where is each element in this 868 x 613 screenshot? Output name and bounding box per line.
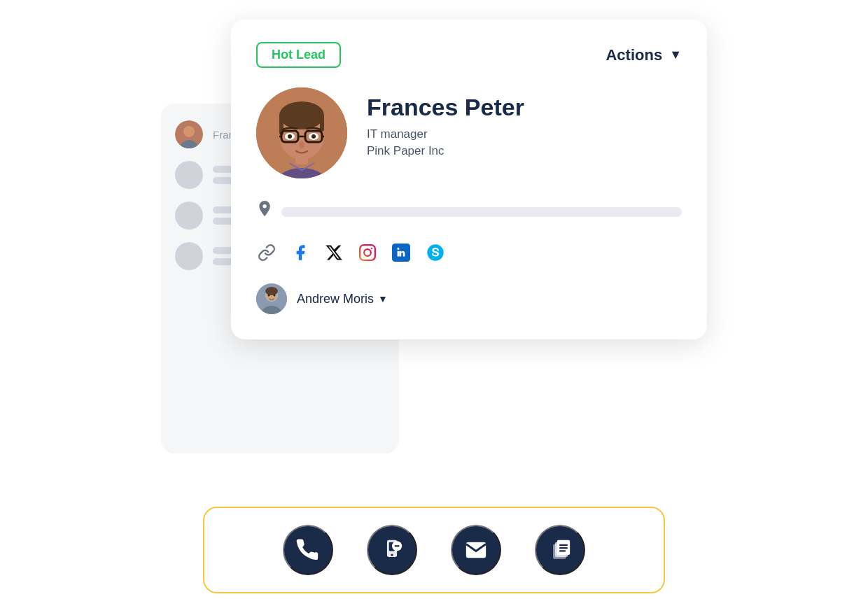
chevron-down-icon: ▼	[669, 48, 682, 62]
svg-point-32	[274, 295, 276, 297]
linkedin-icon[interactable]	[392, 244, 410, 262]
profile-name: Frances Peter	[367, 93, 524, 122]
profile-section: Frances Peter IT manager Pink Paper Inc	[256, 87, 682, 178]
link-icon[interactable]	[258, 244, 276, 262]
svg-point-8	[279, 101, 324, 129]
chevron-down-icon: ▼	[378, 293, 388, 304]
assigned-user-button[interactable]: Andrew Moris ▼	[297, 292, 388, 306]
profile-company: Pink Paper Inc	[367, 144, 524, 158]
email-button[interactable]	[451, 525, 501, 575]
location-bar	[281, 207, 682, 217]
svg-point-19	[312, 134, 316, 139]
layers-button[interactable]	[535, 525, 585, 575]
hot-lead-badge: Hot Lead	[256, 42, 341, 68]
avatar	[175, 120, 203, 148]
svg-point-35	[391, 554, 393, 556]
actions-label: Actions	[606, 46, 662, 64]
avatar-placeholder	[175, 202, 203, 230]
contact-card: Hot Lead Actions ▼	[231, 20, 707, 339]
assigned-user-row: Andrew Moris ▼	[256, 283, 682, 314]
svg-point-39	[398, 545, 400, 547]
skype-icon[interactable]	[426, 243, 445, 262]
card-header: Hot Lead Actions ▼	[256, 42, 682, 68]
location-row	[256, 201, 682, 223]
profile-title: IT manager	[367, 127, 524, 141]
svg-point-20	[299, 141, 304, 148]
profile-info: Frances Peter IT manager Pink Paper Inc	[367, 87, 524, 158]
avatar	[256, 87, 347, 178]
facebook-icon[interactable]	[291, 244, 309, 262]
assigned-avatar	[256, 283, 287, 314]
svg-point-31	[268, 295, 270, 297]
svg-point-23	[371, 248, 373, 250]
actions-button[interactable]: Actions ▼	[606, 46, 682, 64]
svg-point-17	[288, 134, 292, 139]
action-toolbar	[203, 507, 665, 593]
social-icons-row	[256, 243, 682, 262]
svg-point-30	[265, 287, 278, 295]
instagram-icon[interactable]	[358, 244, 377, 262]
svg-rect-21	[360, 245, 375, 260]
sms-button[interactable]	[367, 525, 417, 575]
twitter-x-icon[interactable]	[325, 244, 343, 262]
phone-button[interactable]	[283, 525, 333, 575]
svg-point-1	[183, 126, 195, 137]
assigned-name: Andrew Moris	[297, 292, 374, 306]
svg-point-22	[364, 249, 371, 256]
avatar-placeholder	[175, 242, 203, 270]
location-icon	[256, 201, 272, 223]
avatar-placeholder	[175, 161, 203, 189]
